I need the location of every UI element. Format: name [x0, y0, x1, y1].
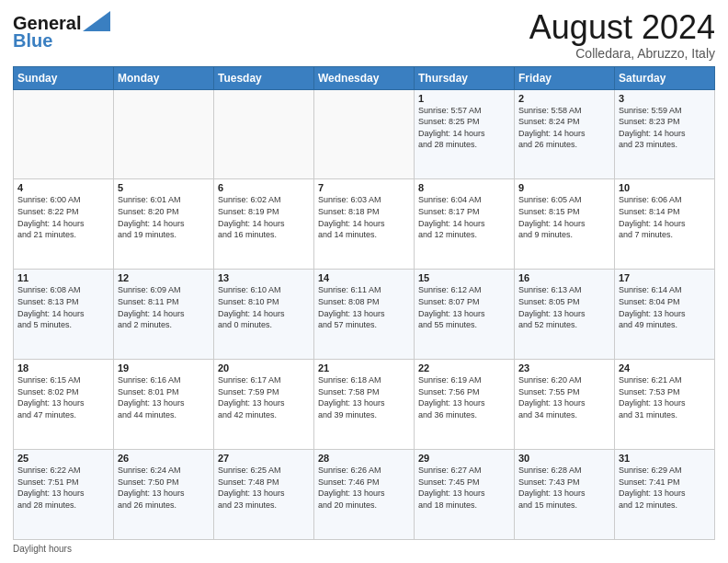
day-info: Sunrise: 5:59 AM Sunset: 8:23 PM Dayligh…: [619, 105, 711, 151]
svg-marker-0: [83, 11, 110, 31]
day-number: 12: [118, 272, 210, 283]
day-cell: 24Sunrise: 6:21 AM Sunset: 7:53 PM Dayli…: [615, 360, 715, 450]
day-cell: 28Sunrise: 6:26 AM Sunset: 7:46 PM Dayli…: [314, 450, 415, 540]
day-number: 22: [418, 362, 510, 373]
day-cell: 17Sunrise: 6:14 AM Sunset: 8:04 PM Dayli…: [615, 270, 715, 360]
weekday-friday: Friday: [515, 66, 615, 89]
day-cell: 18Sunrise: 6:15 AM Sunset: 8:02 PM Dayli…: [14, 360, 114, 450]
day-cell: 27Sunrise: 6:25 AM Sunset: 7:48 PM Dayli…: [214, 450, 314, 540]
day-info: Sunrise: 6:08 AM Sunset: 8:13 PM Dayligh…: [17, 284, 109, 330]
day-number: 17: [619, 272, 711, 283]
day-info: Sunrise: 6:13 AM Sunset: 8:05 PM Dayligh…: [518, 284, 610, 330]
week-row-4: 18Sunrise: 6:15 AM Sunset: 8:02 PM Dayli…: [14, 360, 715, 450]
day-info: Sunrise: 6:02 AM Sunset: 8:19 PM Dayligh…: [218, 194, 310, 240]
main-title: August 2024: [529, 9, 715, 46]
day-number: 4: [17, 182, 109, 193]
day-cell: [214, 89, 314, 179]
day-number: 28: [318, 453, 410, 464]
day-info: Sunrise: 6:15 AM Sunset: 8:02 PM Dayligh…: [17, 374, 109, 420]
day-number: 30: [518, 453, 610, 464]
day-number: 10: [619, 182, 711, 193]
day-number: 26: [118, 453, 210, 464]
day-cell: 13Sunrise: 6:10 AM Sunset: 8:10 PM Dayli…: [214, 270, 314, 360]
day-cell: [314, 89, 415, 179]
weekday-thursday: Thursday: [415, 66, 515, 89]
day-number: 20: [218, 362, 310, 373]
day-number: 29: [418, 453, 510, 464]
week-row-2: 4Sunrise: 6:00 AM Sunset: 8:22 PM Daylig…: [14, 179, 715, 270]
day-cell: 4Sunrise: 6:00 AM Sunset: 8:22 PM Daylig…: [14, 179, 114, 270]
weekday-tuesday: Tuesday: [214, 66, 314, 89]
footer-text: Daylight hours: [13, 544, 72, 554]
weekday-saturday: Saturday: [615, 66, 715, 89]
day-info: Sunrise: 6:05 AM Sunset: 8:15 PM Dayligh…: [518, 194, 610, 240]
day-info: Sunrise: 6:01 AM Sunset: 8:20 PM Dayligh…: [118, 194, 210, 240]
logo-icon: [83, 11, 110, 31]
day-cell: 19Sunrise: 6:16 AM Sunset: 8:01 PM Dayli…: [114, 360, 214, 450]
day-info: Sunrise: 6:27 AM Sunset: 7:45 PM Dayligh…: [418, 465, 510, 511]
day-cell: 31Sunrise: 6:29 AM Sunset: 7:41 PM Dayli…: [615, 450, 715, 540]
day-number: 2: [518, 93, 610, 104]
day-cell: 22Sunrise: 6:19 AM Sunset: 7:56 PM Dayli…: [415, 360, 515, 450]
subtitle: Colledara, Abruzzo, Italy: [529, 46, 715, 61]
day-cell: 2Sunrise: 5:58 AM Sunset: 8:24 PM Daylig…: [515, 89, 615, 179]
weekday-sunday: Sunday: [14, 66, 114, 89]
day-cell: 11Sunrise: 6:08 AM Sunset: 8:13 PM Dayli…: [14, 270, 114, 360]
day-number: 8: [418, 182, 510, 193]
day-cell: 12Sunrise: 6:09 AM Sunset: 8:11 PM Dayli…: [114, 270, 214, 360]
day-number: 24: [619, 362, 711, 373]
day-info: Sunrise: 6:18 AM Sunset: 7:58 PM Dayligh…: [318, 374, 410, 420]
day-number: 7: [318, 182, 410, 193]
day-cell: 16Sunrise: 6:13 AM Sunset: 8:05 PM Dayli…: [515, 270, 615, 360]
day-cell: [114, 89, 214, 179]
day-cell: 25Sunrise: 6:22 AM Sunset: 7:51 PM Dayli…: [14, 450, 114, 540]
day-info: Sunrise: 6:03 AM Sunset: 8:18 PM Dayligh…: [318, 194, 410, 240]
day-info: Sunrise: 6:00 AM Sunset: 8:22 PM Dayligh…: [17, 194, 109, 240]
weekday-monday: Monday: [114, 66, 214, 89]
footer: Daylight hours: [13, 544, 715, 554]
day-info: Sunrise: 6:26 AM Sunset: 7:46 PM Dayligh…: [318, 465, 410, 511]
day-info: Sunrise: 6:19 AM Sunset: 7:56 PM Dayligh…: [418, 374, 510, 420]
day-info: Sunrise: 6:22 AM Sunset: 7:51 PM Dayligh…: [17, 465, 109, 511]
week-row-5: 25Sunrise: 6:22 AM Sunset: 7:51 PM Dayli…: [14, 450, 715, 540]
day-info: Sunrise: 6:14 AM Sunset: 8:04 PM Dayligh…: [619, 284, 711, 330]
day-info: Sunrise: 5:57 AM Sunset: 8:25 PM Dayligh…: [418, 105, 510, 151]
day-info: Sunrise: 6:28 AM Sunset: 7:43 PM Dayligh…: [518, 465, 610, 511]
day-number: 14: [318, 272, 410, 283]
day-number: 5: [118, 182, 210, 193]
weekday-wednesday: Wednesday: [314, 66, 415, 89]
day-cell: 1Sunrise: 5:57 AM Sunset: 8:25 PM Daylig…: [415, 89, 515, 179]
day-info: Sunrise: 6:16 AM Sunset: 8:01 PM Dayligh…: [118, 374, 210, 420]
day-info: Sunrise: 6:20 AM Sunset: 7:55 PM Dayligh…: [518, 374, 610, 420]
day-info: Sunrise: 6:17 AM Sunset: 7:59 PM Dayligh…: [218, 374, 310, 420]
logo: General Blue: [13, 13, 110, 52]
day-info: Sunrise: 6:12 AM Sunset: 8:07 PM Dayligh…: [418, 284, 510, 330]
page: General Blue August 2024 Colledara, Abru…: [0, 0, 728, 563]
day-number: 6: [218, 182, 310, 193]
week-row-1: 1Sunrise: 5:57 AM Sunset: 8:25 PM Daylig…: [14, 89, 715, 179]
day-cell: 9Sunrise: 6:05 AM Sunset: 8:15 PM Daylig…: [515, 179, 615, 270]
day-number: 27: [218, 453, 310, 464]
day-number: 19: [118, 362, 210, 373]
weekday-header-row: SundayMondayTuesdayWednesdayThursdayFrid…: [14, 66, 715, 89]
day-number: 3: [619, 93, 711, 104]
day-info: Sunrise: 6:11 AM Sunset: 8:08 PM Dayligh…: [318, 284, 410, 330]
day-number: 25: [17, 453, 109, 464]
day-cell: 21Sunrise: 6:18 AM Sunset: 7:58 PM Dayli…: [314, 360, 415, 450]
day-info: Sunrise: 6:24 AM Sunset: 7:50 PM Dayligh…: [118, 465, 210, 511]
day-cell: 6Sunrise: 6:02 AM Sunset: 8:19 PM Daylig…: [214, 179, 314, 270]
day-number: 21: [318, 362, 410, 373]
day-cell: 3Sunrise: 5:59 AM Sunset: 8:23 PM Daylig…: [615, 89, 715, 179]
day-cell: 26Sunrise: 6:24 AM Sunset: 7:50 PM Dayli…: [114, 450, 214, 540]
day-number: 16: [518, 272, 610, 283]
day-number: 1: [418, 93, 510, 104]
day-cell: 10Sunrise: 6:06 AM Sunset: 8:14 PM Dayli…: [615, 179, 715, 270]
day-number: 18: [17, 362, 109, 373]
day-cell: 5Sunrise: 6:01 AM Sunset: 8:20 PM Daylig…: [114, 179, 214, 270]
day-number: 11: [17, 272, 109, 283]
day-number: 9: [518, 182, 610, 193]
day-cell: 15Sunrise: 6:12 AM Sunset: 8:07 PM Dayli…: [415, 270, 515, 360]
title-block: August 2024 Colledara, Abruzzo, Italy: [529, 9, 715, 61]
calendar: SundayMondayTuesdayWednesdayThursdayFrid…: [13, 66, 715, 540]
day-cell: [14, 89, 114, 179]
